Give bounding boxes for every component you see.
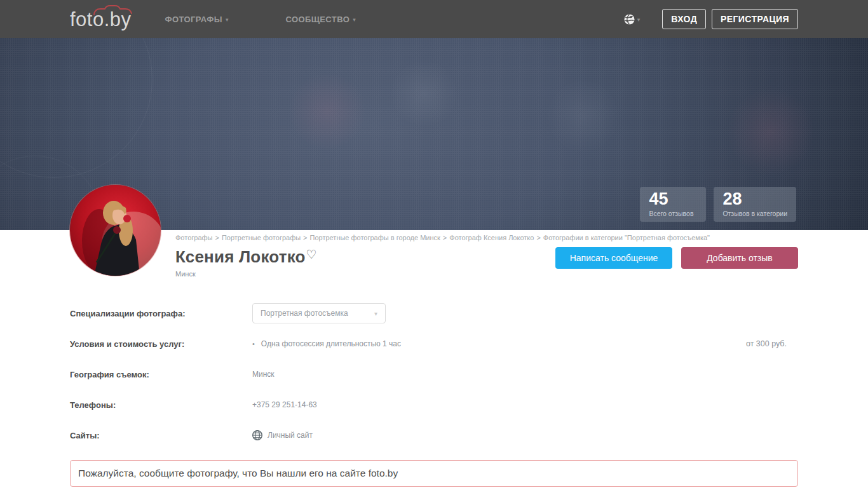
referral-notice: Пожалуйста, сообщите фотографу, что Вы н… xyxy=(70,460,798,487)
pricing-value: от 300 руб. xyxy=(746,339,798,348)
geography-row: География съемок: Минск xyxy=(70,364,798,384)
stat-value: 28 xyxy=(722,190,787,209)
banner-decor-circle xyxy=(728,89,813,175)
nav-item-community[interactable]: СООБЩЕСТВО ▾ xyxy=(285,15,355,24)
pricing-row: Условия и стоимость услуг: • Одна фотосе… xyxy=(70,334,798,354)
stat-total-reviews: 45 Всего отзывов xyxy=(640,187,706,222)
phones-row: Телефоны: +375 29 251-14-63 xyxy=(70,395,798,415)
photographer-profile-page: foto.by ФОТОГРАФЫ ▾ СООБЩЕСТВО ▾ xyxy=(0,0,868,488)
breadcrumb-item[interactable]: Портретные фотографы xyxy=(222,234,301,241)
row-label: География съемок: xyxy=(70,370,252,379)
nav-item-photographers[interactable]: ФОТОГРАФЫ ▾ xyxy=(165,15,229,24)
send-message-button[interactable]: Написать сообщение xyxy=(555,247,672,269)
banner-decor-circle xyxy=(546,79,620,152)
language-switcher[interactable]: ▾ xyxy=(624,14,641,25)
profile-actions: Написать сообщение Добавить отзыв xyxy=(546,247,798,269)
personal-site-link[interactable]: Личный сайт xyxy=(252,430,313,440)
favorite-heart-icon[interactable]: ♡ xyxy=(306,248,317,261)
breadcrumb-separator: > xyxy=(215,234,219,241)
stat-label: Всего отзывов xyxy=(649,210,697,217)
breadcrumb-separator: > xyxy=(443,234,447,241)
breadcrumb-item[interactable]: Портретные фотографы в городе Минск xyxy=(310,234,440,241)
row-content: Портретная фотосъемка ▾ xyxy=(252,303,798,323)
navbar-right: ▾ ВХОД РЕГИСТРАЦИЯ xyxy=(624,9,798,29)
bullet-icon: • xyxy=(252,340,255,348)
row-content: Личный сайт xyxy=(252,430,798,440)
row-label: Телефоны: xyxy=(70,400,252,410)
row-content: • Одна фотосессия длительностью 1 час от… xyxy=(252,339,798,348)
breadcrumb-separator: > xyxy=(536,234,540,241)
profile-details: Специализации фотографа: Портретная фото… xyxy=(70,303,798,445)
nav-item-label: СООБЩЕСТВО xyxy=(285,15,349,24)
referral-notice-text: Пожалуйста, сообщите фотографу, что Вы н… xyxy=(78,468,398,479)
chevron-down-icon: ▾ xyxy=(353,15,356,23)
review-stats: 45 Всего отзывов 28 Отзывов в категории xyxy=(632,187,796,222)
geography-value: Минск xyxy=(252,370,798,379)
avatar-photo xyxy=(70,185,161,276)
globe-icon xyxy=(252,430,262,440)
chevron-down-icon: ▾ xyxy=(374,310,377,317)
top-navbar: foto.by ФОТОГРАФЫ ▾ СООБЩЕСТВО ▾ xyxy=(0,0,868,38)
add-review-button[interactable]: Добавить отзыв xyxy=(681,247,798,269)
breadcrumb-separator: > xyxy=(303,234,307,241)
sites-row: Сайты: Личный сайт xyxy=(70,425,798,445)
banner-decor-circle xyxy=(289,73,365,149)
breadcrumb-item[interactable]: Фотографы xyxy=(175,234,212,241)
main-nav: ФОТОГРАФЫ ▾ СООБЩЕСТВО ▾ xyxy=(165,15,413,24)
personal-site-label: Личный сайт xyxy=(268,431,313,440)
stat-category-reviews: 28 Отзывов в категории xyxy=(714,187,796,222)
specialization-selected-value: Портретная фотосъемка xyxy=(261,309,348,318)
page-title: Ксения Локотко xyxy=(175,247,306,266)
specialization-select[interactable]: Портретная фотосъемка ▾ xyxy=(252,303,386,323)
specializations-row: Специализации фотографа: Портретная фото… xyxy=(70,303,798,323)
camera-logo-icon xyxy=(93,5,133,15)
row-label: Специализации фотографа: xyxy=(70,309,252,318)
profile-avatar xyxy=(70,185,161,276)
login-button[interactable]: ВХОД xyxy=(662,9,706,29)
pricing-item-text: Одна фотосессия длительностью 1 час xyxy=(261,339,401,348)
row-label: Сайты: xyxy=(70,431,252,440)
stat-value: 45 xyxy=(649,190,697,209)
breadcrumb-item[interactable]: Фотографии в категории "Портретная фотос… xyxy=(543,234,710,241)
globe-icon xyxy=(624,14,635,25)
nav-item-label: ФОТОГРАФЫ xyxy=(165,15,222,24)
site-logo[interactable]: foto.by xyxy=(70,10,132,29)
chevron-down-icon: ▾ xyxy=(637,15,641,23)
breadcrumb: Фотографы>Портретные фотографы>Портретны… xyxy=(175,234,798,241)
profile-title-block: Ксения Локотко♡ Минск xyxy=(175,247,317,278)
banner-decor-circle xyxy=(391,60,458,127)
profile-header: Ксения Локотко♡ Минск Написать сообщение… xyxy=(70,247,798,278)
breadcrumb-item[interactable]: Фотограф Ксения Локотко xyxy=(449,234,534,241)
register-button[interactable]: РЕГИСТРАЦИЯ xyxy=(712,9,798,29)
stat-label: Отзывов в категории xyxy=(722,210,787,217)
profile-city: Минск xyxy=(175,270,317,278)
chevron-down-icon: ▾ xyxy=(226,15,229,23)
row-label: Условия и стоимость услуг: xyxy=(70,339,252,349)
phone-value: +375 29 251-14-63 xyxy=(252,400,798,409)
